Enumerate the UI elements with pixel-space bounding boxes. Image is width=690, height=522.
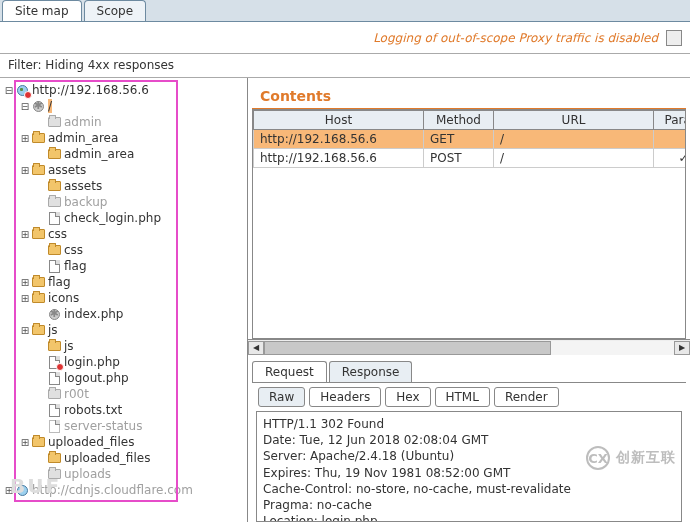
table-row[interactable]: http://192.168.56.6 GET / — [254, 130, 687, 149]
folder-icon — [30, 227, 46, 241]
folder-icon — [30, 163, 46, 177]
folder-icon — [30, 275, 46, 289]
tree-toggle[interactable]: ⊞ — [20, 165, 30, 176]
warning-action-button[interactable] — [666, 30, 682, 46]
tree-item[interactable]: r00t — [64, 387, 89, 401]
globe-icon — [14, 483, 30, 497]
folder-icon — [46, 467, 62, 481]
response-body[interactable]: HTTP/1.1 302 Found Date: Tue, 12 Jun 201… — [256, 411, 682, 522]
tree-toggle[interactable]: ⊞ — [20, 437, 30, 448]
col-host[interactable]: Host — [254, 111, 424, 130]
tree-item[interactable]: robots.txt — [64, 403, 122, 417]
tab-sitemap[interactable]: Site map — [2, 0, 82, 21]
tree-toggle[interactable]: ⊟ — [20, 101, 30, 112]
folder-icon — [46, 243, 62, 257]
col-params[interactable]: Param — [654, 111, 687, 130]
folder-icon — [46, 179, 62, 193]
tree-toggle[interactable]: ⊞ — [20, 277, 30, 288]
tab-request[interactable]: Request — [252, 361, 327, 382]
tree-item[interactable]: admin_area — [48, 131, 118, 145]
site-tree[interactable]: ⊟http://192.168.56.6 ⊟/ admin ⊞admin_are… — [0, 78, 248, 522]
table-row[interactable]: http://192.168.56.6 POST / ✓ — [254, 149, 687, 168]
file-icon — [46, 419, 62, 433]
tree-item[interactable]: flag — [64, 259, 87, 273]
folder-icon — [46, 195, 62, 209]
tab-headers[interactable]: Headers — [309, 387, 381, 407]
tree-item[interactable]: js — [48, 323, 58, 337]
tree-toggle[interactable]: ⊞ — [20, 293, 30, 304]
folder-icon — [46, 147, 62, 161]
file-icon — [46, 403, 62, 417]
tree-item[interactable]: logout.php — [64, 371, 129, 385]
tree-item[interactable]: uploaded_files — [48, 435, 134, 449]
globe-icon — [14, 83, 30, 97]
tree-host[interactable]: http://192.168.56.6 — [32, 83, 149, 97]
contents-heading: Contents — [252, 82, 686, 109]
proxy-warning: Logging of out-of-scope Proxy traffic is… — [373, 31, 658, 45]
tree-toggle[interactable]: ⊞ — [20, 325, 30, 336]
tree-item[interactable]: css — [64, 243, 83, 257]
tree-item[interactable]: admin — [64, 115, 102, 129]
tree-item[interactable]: flag — [48, 275, 71, 289]
scroll-left-icon[interactable]: ◀ — [248, 341, 264, 355]
folder-icon — [46, 115, 62, 129]
file-icon — [46, 211, 62, 225]
tree-toggle[interactable]: ⊟ — [4, 85, 14, 96]
tree-item[interactable]: uploads — [64, 467, 111, 481]
tab-scope[interactable]: Scope — [84, 0, 147, 21]
gear-icon — [46, 307, 62, 321]
tab-render[interactable]: Render — [494, 387, 559, 407]
tab-html[interactable]: HTML — [435, 387, 490, 407]
tree-item[interactable]: uploaded_files — [64, 451, 150, 465]
tree-item[interactable]: icons — [48, 291, 79, 305]
folder-icon — [46, 387, 62, 401]
tab-hex[interactable]: Hex — [385, 387, 430, 407]
tree-item[interactable]: css — [48, 227, 67, 241]
tree-item[interactable]: backup — [64, 195, 107, 209]
tree-item[interactable]: index.php — [64, 307, 123, 321]
tree-item[interactable]: login.php — [64, 355, 120, 369]
scroll-thumb[interactable] — [264, 341, 551, 355]
folder-icon — [30, 323, 46, 337]
tree-item[interactable]: assets — [48, 163, 86, 177]
tree-item[interactable]: js — [64, 339, 74, 353]
file-icon — [46, 355, 62, 369]
tree-item[interactable]: assets — [64, 179, 102, 193]
tree-item[interactable]: admin_area — [64, 147, 134, 161]
tree-root-path[interactable]: / — [48, 99, 52, 113]
col-method[interactable]: Method — [424, 111, 494, 130]
tree-host[interactable]: http://cdnjs.cloudflare.com — [32, 483, 193, 497]
tree-item[interactable]: check_login.php — [64, 211, 161, 225]
contents-table[interactable]: Host Method URL Param http://192.168.56.… — [252, 109, 686, 339]
folder-icon — [46, 339, 62, 353]
folder-icon — [30, 131, 46, 145]
folder-icon — [30, 435, 46, 449]
folder-icon — [30, 291, 46, 305]
filter-bar[interactable]: Filter: Hiding 4xx responses — [0, 54, 690, 78]
tree-toggle[interactable]: ⊞ — [4, 485, 14, 496]
folder-icon — [46, 451, 62, 465]
file-icon — [46, 371, 62, 385]
tab-raw[interactable]: Raw — [258, 387, 305, 407]
tree-toggle[interactable]: ⊞ — [20, 133, 30, 144]
tree-item[interactable]: server-status — [64, 419, 142, 433]
col-url[interactable]: URL — [494, 111, 654, 130]
gear-icon — [30, 99, 46, 113]
h-scrollbar[interactable]: ◀ ▶ — [248, 339, 690, 355]
scroll-right-icon[interactable]: ▶ — [674, 341, 690, 355]
tree-toggle[interactable]: ⊞ — [20, 229, 30, 240]
file-icon — [46, 259, 62, 273]
tab-response[interactable]: Response — [329, 361, 413, 382]
